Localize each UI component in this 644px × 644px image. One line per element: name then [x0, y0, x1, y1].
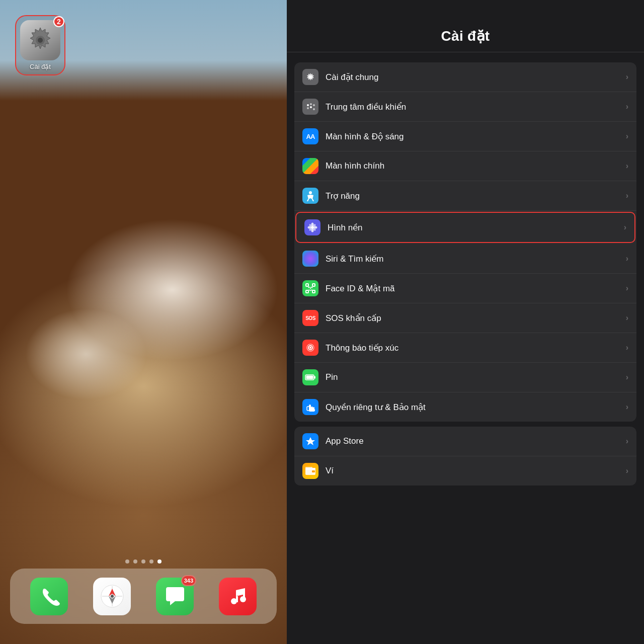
settings-item-appstore[interactable]: App Store ›	[294, 427, 636, 456]
phone-app-icon[interactable]	[30, 578, 68, 615]
exposure-label: Thông báo tiếp xúc	[326, 343, 626, 353]
settings-item-wallet[interactable]: Ví ›	[294, 456, 636, 486]
svg-rect-19	[313, 104, 315, 106]
control-center-chevron: ›	[626, 102, 628, 111]
svg-point-9	[111, 595, 114, 598]
general-label: Cài đặt chung	[326, 72, 626, 83]
control-center-label: Trung tâm điều khiển	[326, 102, 626, 112]
messages-badge: 343	[181, 575, 196, 586]
settings-item-privacy[interactable]: Quyền riêng tư & Bảo mật ›	[294, 392, 636, 422]
svg-rect-17	[310, 103, 312, 105]
settings-header: Cài đặt	[287, 0, 644, 52]
appstore-symbol-icon	[305, 436, 316, 447]
battery-chevron: ›	[626, 373, 628, 382]
privacy-chevron: ›	[626, 403, 628, 412]
svg-point-2	[38, 38, 43, 43]
messages-icon	[164, 585, 186, 607]
settings-item-general[interactable]: Cài đặt chung ›	[294, 62, 636, 92]
svg-point-40	[309, 347, 311, 349]
siri-label: Siri & Tìm kiếm	[326, 254, 626, 264]
settings-item-siri[interactable]: Siri & Tìm kiếm ›	[294, 244, 636, 274]
exposure-icon	[302, 340, 318, 356]
dot-2	[133, 559, 137, 564]
home-screen-icon	[302, 158, 318, 174]
settings-item-sos[interactable]: SOS SOS khẩn cấp ›	[294, 303, 636, 333]
battery-symbol-icon	[305, 374, 316, 381]
dot-1	[125, 559, 129, 564]
wallpaper-chevron: ›	[624, 223, 626, 232]
dot-5-active	[157, 559, 162, 564]
home-screen-chevron: ›	[626, 162, 628, 171]
svg-point-36	[311, 287, 313, 288]
display-label: Màn hình & Độ sáng	[326, 131, 626, 142]
svg-rect-34	[312, 290, 315, 293]
privacy-label: Quyền riêng tư & Bảo mật	[326, 402, 626, 413]
wallet-icon	[302, 463, 318, 479]
settings-item-control-center[interactable]: Trung tâm điều khiển ›	[294, 92, 636, 122]
svg-point-35	[308, 287, 310, 288]
settings-item-face-id[interactable]: Face ID & Mật mã ›	[294, 274, 636, 303]
svg-rect-12	[236, 596, 238, 602]
face-id-label: Face ID & Mật mã	[326, 283, 626, 294]
gear-small-icon	[305, 72, 315, 82]
flower-icon	[307, 222, 318, 233]
siri-icon	[302, 251, 318, 267]
battery-label: Pin	[326, 372, 626, 382]
settings-group-1: Cài đặt chung › Trung tâm điều khiển	[294, 62, 636, 422]
face-id-chevron: ›	[626, 284, 628, 293]
settings-item-exposure[interactable]: Thông báo tiếp xúc ›	[294, 333, 636, 363]
settings-item-wallpaper[interactable]: Hình nền ›	[295, 212, 635, 243]
dot-4	[149, 559, 153, 564]
svg-rect-15	[307, 104, 309, 106]
wallpaper-icon	[304, 219, 320, 235]
aa-text-icon: AA	[306, 133, 315, 140]
messages-app-icon[interactable]: 343	[156, 578, 194, 615]
accessibility-person-icon	[305, 190, 316, 201]
sos-label: SOS khẩn cấp	[326, 313, 626, 324]
svg-rect-42	[314, 376, 316, 379]
exposure-notification-icon	[305, 342, 316, 353]
accessibility-icon	[302, 188, 318, 204]
svg-rect-13	[243, 594, 245, 600]
face-scan-icon	[305, 283, 316, 294]
music-app-icon[interactable]	[219, 578, 257, 615]
appstore-chevron: ›	[626, 437, 628, 446]
safari-icon	[100, 584, 125, 609]
home-screen: 2 Cài đặt	[0, 0, 287, 644]
settings-group-2: App Store › Ví ›	[294, 427, 636, 486]
settings-item-accessibility[interactable]: Trợ năng ›	[294, 181, 636, 211]
settings-item-home-screen[interactable]: Màn hình chính ›	[294, 151, 636, 181]
svg-rect-33	[306, 290, 308, 293]
display-icon: AA	[302, 128, 318, 144]
music-icon	[227, 585, 249, 607]
display-chevron: ›	[626, 132, 628, 141]
hand-icon	[305, 401, 316, 413]
svg-rect-43	[306, 376, 313, 379]
wallet-symbol-icon	[305, 466, 316, 475]
sos-icon: SOS	[302, 310, 318, 326]
settings-title: Cài đặt	[297, 28, 634, 44]
control-center-icon	[302, 99, 318, 115]
phone-icon	[38, 585, 60, 607]
accessibility-chevron: ›	[626, 191, 628, 200]
settings-panel: Cài đặt Cài đặt chung ›	[287, 0, 644, 644]
safari-app-icon[interactable]	[93, 578, 131, 615]
wallet-label: Ví	[326, 466, 626, 476]
battery-icon	[302, 369, 318, 385]
home-screen-label: Màn hình chính	[326, 161, 626, 171]
svg-rect-31	[306, 284, 308, 286]
appstore-icon	[302, 433, 318, 449]
settings-item-battery[interactable]: Pin ›	[294, 363, 636, 392]
settings-list: Cài đặt chung › Trung tâm điều khiển	[287, 52, 644, 644]
svg-rect-20	[313, 108, 315, 110]
badge-count: 2	[53, 16, 64, 27]
svg-point-21	[309, 191, 312, 194]
exposure-chevron: ›	[626, 343, 628, 352]
settings-app-icon: 2	[20, 20, 60, 60]
settings-item-display[interactable]: AA Màn hình & Độ sáng ›	[294, 122, 636, 151]
svg-rect-16	[307, 107, 309, 109]
svg-rect-18	[310, 106, 312, 108]
sos-chevron: ›	[626, 313, 628, 323]
svg-rect-32	[312, 284, 315, 286]
settings-app-selected[interactable]: 2 Cài đặt	[15, 15, 65, 75]
